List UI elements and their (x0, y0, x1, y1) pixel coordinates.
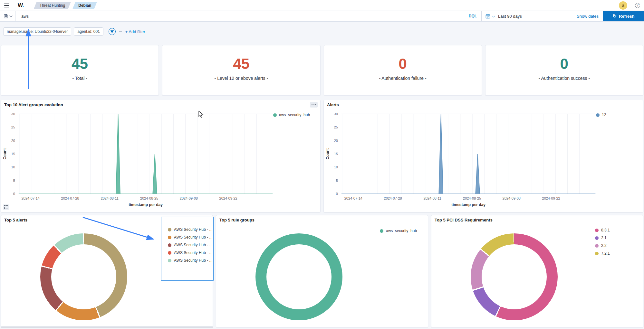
donut-legend: aws_security_hub (380, 227, 417, 235)
svg-text:2024-08-25: 2024-08-25 (140, 196, 158, 200)
panel-top5-rule-groups: Top 5 rule groups aws_security_hub (216, 215, 428, 328)
legend-item[interactable]: AWS Security Hub - ... (168, 249, 213, 257)
stat-value[interactable]: 45 (233, 56, 249, 71)
legend-dot (596, 113, 600, 117)
donut-hole (266, 244, 332, 309)
wazuh-logo[interactable]: W. (13, 2, 29, 9)
breadcrumb-debian[interactable]: Debian (72, 2, 97, 9)
legend-dot (595, 236, 599, 240)
legend-dot (595, 252, 599, 255)
refresh-label: Refresh (619, 14, 634, 19)
legend-dot (595, 244, 599, 248)
legend-dot (273, 113, 277, 117)
donut-chart-top5-rule-groups[interactable] (255, 233, 342, 320)
svg-text:2024-07-28: 2024-07-28 (61, 196, 79, 200)
filter-pill-manager-name[interactable]: manager.name: Ubuntu22-04server (3, 27, 71, 36)
menu-button[interactable] (0, 4, 13, 7)
legend-dot (595, 229, 599, 232)
stat-card-total: 45 - Total - (1, 45, 159, 96)
filter-pill-agent-id[interactable]: agent.id: 001 (74, 27, 103, 36)
breadcrumb: Threat Hunting Debian (34, 2, 97, 9)
legend-label: AWS Security Hub - ... (174, 250, 213, 255)
svg-text:2024-08-11: 2024-08-11 (101, 196, 119, 200)
legend-item[interactable]: AWS Security Hub - ... (168, 257, 213, 264)
svg-text:2024-09-08: 2024-09-08 (180, 196, 198, 200)
stat-value[interactable]: 45 (72, 56, 88, 71)
logo-text: W (18, 2, 23, 8)
svg-text:25: 25 (11, 125, 15, 129)
svg-text:2024-08-11: 2024-08-11 (424, 196, 441, 200)
legend-item[interactable]: AWS Security Hub - ... (168, 241, 213, 249)
date-range-value[interactable]: Last 90 days (498, 11, 572, 21)
legend-dot (380, 229, 383, 233)
legend-item[interactable]: aws_security_hub (380, 227, 417, 235)
legend-dot (168, 228, 171, 231)
legend-item[interactable]: AWS Security Hub - ... (168, 233, 213, 241)
svg-text:20: 20 (11, 139, 15, 143)
query-language-button[interactable]: DQL (464, 11, 481, 21)
legend-item[interactable]: 2.2 (595, 242, 610, 249)
svg-text:2024-09-22: 2024-09-22 (542, 196, 560, 200)
legend-label: AWS Security Hub - ... (174, 243, 213, 247)
help-button[interactable]: ? (631, 3, 644, 8)
stat-label: - Level 12 or above alerts - (215, 76, 268, 81)
stat-label: - Authentication failure - (379, 76, 427, 81)
svg-text:2024-07-14: 2024-07-14 (344, 196, 362, 200)
filter-dash-divider (119, 31, 122, 32)
area-chart[interactable]: 051015202530Count2024-07-142024-07-28202… (324, 100, 643, 212)
legend-label: AWS Security Hub - ... (174, 258, 213, 263)
svg-text:2024-07-14: 2024-07-14 (22, 196, 40, 200)
search-input[interactable]: aws (15, 11, 464, 21)
donut-chart-top5-alerts[interactable] (40, 233, 127, 320)
legend-item[interactable]: 8.3.1 (595, 226, 610, 234)
svg-text:2024-09-08: 2024-09-08 (503, 196, 521, 200)
stat-card-level12: 45 - Level 12 or above alerts - (162, 45, 320, 96)
svg-text:timestamp per day: timestamp per day (451, 202, 485, 207)
show-dates-link[interactable]: Show dates (572, 11, 603, 21)
svg-text:Count: Count (3, 148, 7, 159)
filter-bar: manager.name: Ubuntu22-04server agent.id… (0, 22, 644, 44)
help-icon: ? (635, 3, 640, 8)
svg-text:30: 30 (11, 112, 15, 116)
navbar-right: a ? (615, 0, 644, 11)
chevron-down-icon (492, 14, 495, 17)
chart-legend[interactable]: 12 (596, 113, 606, 117)
donut-hole (51, 244, 116, 309)
highlighted-legend-box: AWS Security Hub - ... AWS Security Hub … (161, 217, 214, 281)
legend-label: AWS Security Hub - ... (174, 235, 213, 240)
breadcrumb-threat-hunting[interactable]: Threat Hunting (34, 2, 71, 9)
svg-text:25: 25 (334, 125, 338, 129)
legend-label: 2.2 (601, 243, 607, 248)
legend-item[interactable]: 2.1 (595, 234, 610, 242)
legend-toggle-button[interactable] (3, 204, 9, 210)
svg-text:5: 5 (13, 179, 15, 183)
legend-item[interactable]: AWS Security Hub - ... (168, 226, 213, 233)
panel-options-button[interactable] (310, 102, 318, 108)
svg-text:5: 5 (336, 179, 338, 183)
filter-options-icon[interactable] (109, 28, 116, 35)
navbar-divider (29, 0, 29, 11)
stat-value[interactable]: 0 (399, 56, 407, 71)
svg-text:30: 30 (334, 112, 338, 116)
horizontal-scrollbar[interactable] (1, 326, 213, 328)
svg-text:15: 15 (11, 152, 15, 156)
chart-legend[interactable]: aws_security_hub (273, 113, 310, 117)
stat-value[interactable]: 0 (560, 56, 569, 71)
refresh-button[interactable]: ↻ Refresh (603, 11, 644, 21)
svg-text:10: 10 (11, 165, 15, 169)
donut-legend: 8.3.1 2.1 2.2 7.2.1 (595, 226, 610, 257)
legend-label: 2.1 (601, 236, 607, 240)
donut-chart-top5-pci-dss[interactable] (471, 233, 558, 320)
panel-alerts: Alerts 051015202530Count2024-07-142024-0… (323, 100, 643, 212)
avatar[interactable]: a (619, 1, 627, 10)
svg-text:15: 15 (334, 152, 338, 156)
svg-text:timestamp per day: timestamp per day (129, 202, 163, 207)
query-bar: aws DQL Last 90 days Show dates ↻ Refres… (0, 11, 644, 22)
legend-item[interactable]: 7.2.1 (595, 249, 610, 257)
saved-query-button[interactable] (0, 11, 15, 21)
area-chart[interactable]: 051015202530Count2024-07-142024-07-28202… (1, 100, 320, 212)
add-filter-button[interactable]: + Add filter (125, 29, 145, 34)
date-picker-button[interactable] (481, 11, 498, 21)
legend-label: AWS Security Hub - ... (174, 227, 213, 232)
legend-dot (168, 236, 171, 239)
